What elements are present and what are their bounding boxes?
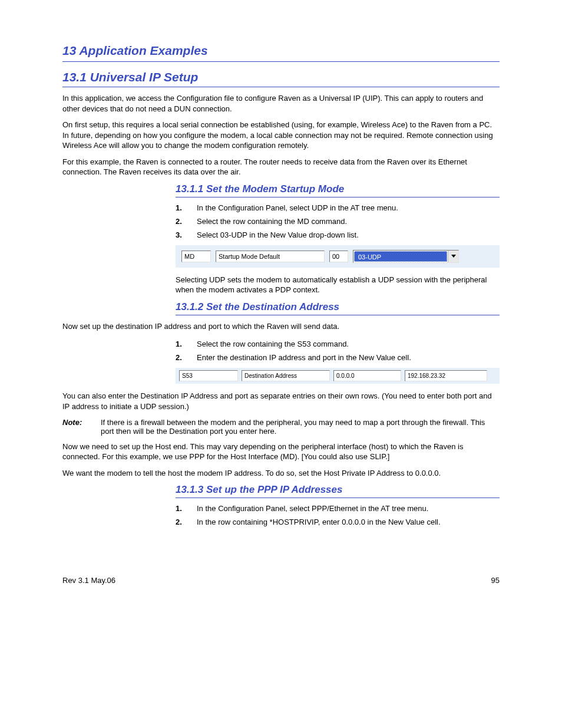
body-paragraph: We want the modem to tell the host the m… [62, 468, 500, 479]
dropdown-selected: 03-UDP [354, 251, 447, 262]
explanation-paragraph: You can also enter the Destination IP Ad… [62, 391, 500, 411]
step-text: Enter the destination IP address and por… [197, 351, 416, 364]
note-body: If there is a firewall between the modem… [101, 418, 500, 436]
step-number: 2. [176, 515, 197, 529]
value-field[interactable]: 00 [329, 251, 348, 262]
footer-right: 95 [491, 576, 500, 585]
step-number: 2. [176, 215, 197, 228]
subsection-title-destination-address: 13.1.2 Set the Destination Address [176, 301, 500, 315]
subsection-title-ppp-ip: 13.1.3 Set up the PPP IP Addresses [176, 484, 500, 498]
steps-destination-address: 1. Select the row containing the S53 com… [176, 337, 416, 364]
step-text: In the Configuration Panel, select UDP i… [197, 201, 403, 215]
step-text: Select 03-UDP in the New Value drop-down… [197, 228, 403, 242]
cmd-field[interactable]: MD [181, 251, 211, 262]
step-number: 2. [176, 351, 197, 364]
cmd-field[interactable]: S53 [179, 370, 238, 381]
subsection-title-startup-mode: 13.1.1 Set the Modem Startup Mode [176, 183, 500, 197]
chapter-title: 13 Application Examples [62, 44, 500, 62]
page-footer: Rev 3.1 May.06 95 [62, 576, 500, 585]
step-text: Select the row containing the S53 comman… [197, 337, 416, 351]
step-text: In the Configuration Panel, select PPP/E… [197, 502, 445, 515]
intro-paragraph: For this example, the Raven is connected… [62, 157, 500, 177]
step-text: Select the row containing the MD command… [197, 215, 403, 228]
desc-field[interactable]: Destination Address [242, 370, 330, 381]
steps-ppp-ip: 1. In the Configuration Panel, select PP… [176, 502, 445, 529]
step-number: 1. [176, 337, 197, 351]
footer-left: Rev 3.1 May.06 [62, 576, 115, 585]
steps-startup-mode: 1. In the Configuration Panel, select UD… [176, 201, 403, 242]
step-number: 1. [176, 201, 197, 215]
explanation-paragraph: Selecting UDP sets the modem to automati… [176, 275, 500, 295]
config-row-s53: S53 Destination Address 0.0.0.0 192.168.… [176, 368, 500, 384]
section-title: 13.1 Universal IP Setup [62, 70, 500, 87]
step-number: 3. [176, 228, 197, 242]
desc-field[interactable]: Startup Mode Default [216, 251, 325, 262]
step-number: 1. [176, 502, 197, 515]
step-text: In the row containing *HOSTPRIVIP, enter… [197, 515, 445, 529]
new-value-field[interactable]: 192.168.23.32 [405, 370, 487, 381]
intro-paragraph: In this application, we access the Confi… [62, 93, 500, 114]
body-paragraph: Now we need to set up the Host end. This… [62, 442, 500, 462]
note-block: Note: If there is a firewall between the… [62, 418, 500, 436]
lead-paragraph: Now set up the destination IP address an… [62, 321, 500, 332]
mode-dropdown[interactable]: 03-UDP [353, 250, 459, 263]
chevron-down-icon[interactable] [448, 251, 458, 262]
config-row-md: MD Startup Mode Default 00 03-UDP [176, 245, 500, 268]
intro-paragraph: On first setup, this requires a local se… [62, 120, 500, 151]
note-label: Note: [62, 418, 101, 427]
value-field[interactable]: 0.0.0.0 [333, 370, 401, 381]
